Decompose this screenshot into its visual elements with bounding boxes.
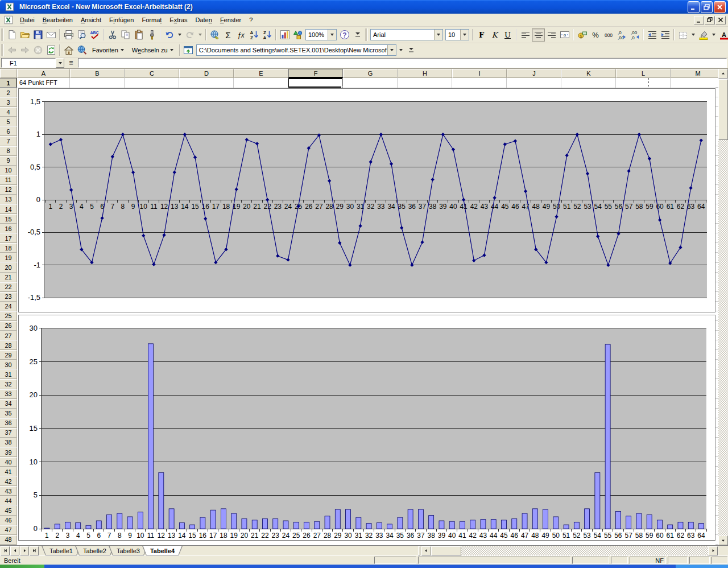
stop-button[interactable] [31,44,44,57]
scroll-down-button[interactable] [718,536,728,545]
toolbar-drag-handle[interactable] [1,44,4,56]
row-header-15[interactable]: 15 [0,214,17,224]
row-header-10[interactable]: 10 [0,166,17,175]
row-header-19[interactable]: 19 [0,253,17,262]
row-header-40[interactable]: 40 [0,457,17,467]
align-right-button[interactable] [545,28,558,42]
preview-button[interactable] [75,28,88,42]
tab-prev-button[interactable] [10,546,19,555]
address-dropdown[interactable] [398,44,405,57]
tab-last-button[interactable] [30,546,39,555]
row-header-14[interactable]: 14 [0,204,17,214]
row-header-18[interactable]: 18 [0,243,17,253]
menu-item-daten[interactable]: Daten [192,15,216,25]
active-cell-border[interactable] [288,78,343,88]
column-header-E[interactable]: E [234,69,288,78]
dec-decimal-button[interactable]: ,00,0 [628,28,641,42]
column-header-I[interactable]: I [452,69,507,78]
row-header-9[interactable]: 9 [0,156,17,166]
column-header-L[interactable]: L [616,69,671,78]
menu-item-fenster[interactable]: Fenster [216,15,245,25]
merge-center-button[interactable]: a [558,28,571,42]
hyperlink-button[interactable] [208,28,221,42]
refresh-button[interactable] [44,44,57,57]
row-header-36[interactable]: 36 [0,418,17,428]
tab-split-handle[interactable] [418,546,420,555]
hscroll-track[interactable] [461,546,708,555]
borders-dropdown[interactable] [689,28,697,42]
options-button[interactable] [405,44,418,57]
spelling-button[interactable]: ABC [88,28,101,42]
fill-color-button[interactable] [697,28,710,42]
menu-item-datei[interactable]: Datei [16,15,39,25]
column-header-A[interactable]: A [17,69,70,78]
size-combo-dropdown[interactable] [460,30,469,40]
column-header-B[interactable]: B [70,69,125,78]
inc-decimal-button[interactable]: ,0,00 [615,28,628,42]
row-header-31[interactable]: 31 [0,369,17,379]
copy-button[interactable] [119,28,132,42]
currency-button[interactable]: $ [576,28,589,42]
borders-button[interactable] [676,28,689,42]
row-header-17[interactable]: 17 [0,233,17,243]
row-header-43[interactable]: 43 [0,486,17,496]
scroll-right-button[interactable] [708,546,718,555]
redo-button[interactable] [183,28,196,42]
menu-item-ansicht[interactable]: Ansicht [77,15,105,25]
column-header-C[interactable]: C [125,69,179,78]
formula-input[interactable] [78,58,727,68]
row-header-48[interactable]: 48 [0,535,17,545]
row-header-42[interactable]: 42 [0,476,17,486]
options-button[interactable] [351,28,364,42]
row-header-24[interactable]: 24 [0,302,17,311]
search-web-button[interactable] [75,44,88,57]
zoom-combo[interactable]: 100% [305,29,337,40]
function-button[interactable]: ƒx [234,28,247,42]
undo-button[interactable] [163,28,176,42]
mail-button[interactable] [44,28,57,42]
row-header-33[interactable]: 33 [0,389,17,399]
home-button[interactable] [62,44,75,57]
menu-item-[interactable]: ? [245,15,257,25]
autosum-button[interactable]: Σ [221,28,234,42]
row-header-35[interactable]: 35 [0,409,17,418]
vertical-scrollbar[interactable] [718,69,728,545]
menu-item-einfgen[interactable]: Einfügen [105,15,138,25]
row-header-37[interactable]: 37 [0,428,17,438]
drawing-button[interactable] [291,28,304,42]
row-header-38[interactable]: 38 [0,438,17,447]
sort-az-button[interactable]: AZ [247,28,260,42]
row-header-11[interactable]: 11 [0,175,17,185]
row-header-1[interactable]: 1 [0,78,17,88]
forward-button[interactable] [18,44,31,57]
tab-next-button[interactable] [20,546,29,555]
row-header-45[interactable]: 45 [0,505,17,515]
scroll-left-button[interactable] [421,546,431,555]
row-header-4[interactable]: 4 [0,107,17,117]
row-header-21[interactable]: 21 [0,273,17,282]
minimize-button[interactable] [688,1,700,13]
percent-button[interactable]: % [589,28,602,42]
hscroll-thumb[interactable] [431,546,461,555]
thousands-button[interactable]: 000 [602,28,615,42]
bold-button[interactable]: F [475,28,488,42]
address-combo[interactable]: C:\Documents and Settings\wolf.SETEX.001… [196,44,396,56]
dec-indent-button[interactable] [646,28,659,42]
inc-indent-button[interactable] [659,28,672,42]
column-header-D[interactable]: D [179,69,234,78]
paste-button[interactable] [132,28,145,42]
column-header-J[interactable]: J [507,69,561,78]
underline-button[interactable]: U [501,28,514,42]
line-chart[interactable]: 1,510,50-0,5-1-1,51234567891011121314151… [18,88,715,312]
toolbar-drag-handle[interactable] [1,28,4,41]
goto-button[interactable]: Wechseln zu [128,44,177,57]
row-header-28[interactable]: 28 [0,340,17,350]
workbook-minimize-button[interactable] [694,16,704,24]
menu-item-extras[interactable]: Extras [166,15,191,25]
row-header-22[interactable]: 22 [0,282,17,292]
name-box-dropdown[interactable] [56,58,64,68]
font-combo-dropdown[interactable] [434,30,442,40]
equals-button[interactable]: = [64,59,78,67]
row-header-7[interactable]: 7 [0,136,17,146]
row-header-29[interactable]: 29 [0,350,17,360]
